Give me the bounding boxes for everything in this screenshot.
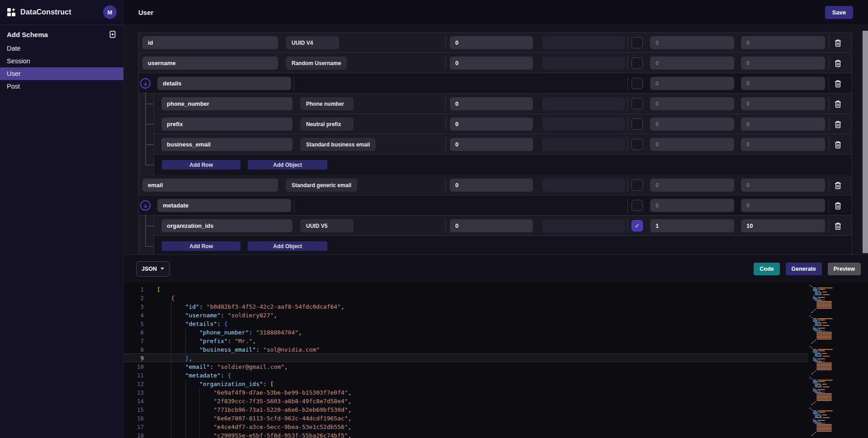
max-count-input[interactable]	[741, 36, 825, 49]
field-name-input[interactable]	[142, 57, 278, 70]
field-type-button[interactable]: Random Username	[286, 57, 347, 70]
blank-input[interactable]	[542, 219, 625, 232]
add-schema-button[interactable]	[108, 30, 117, 38]
blank-input[interactable]	[542, 179, 625, 192]
array-checkbox[interactable]: ✓	[632, 220, 643, 231]
line-number: 13	[124, 388, 144, 397]
max-count-input[interactable]	[741, 97, 825, 110]
min-count-input[interactable]	[650, 57, 734, 70]
code-line: "email": "soldier@gmail.com",	[157, 363, 288, 371]
line-number: 2	[124, 294, 144, 302]
tree-connector-stub	[145, 104, 154, 104]
tree-connector-stub	[145, 144, 154, 145]
field-name-input[interactable]	[161, 97, 292, 110]
code-line: },	[157, 354, 192, 363]
count-input[interactable]	[450, 138, 533, 151]
delete-row-button[interactable]	[832, 200, 843, 211]
array-checkbox[interactable]: ✓	[632, 57, 643, 69]
min-count-input[interactable]	[650, 118, 734, 131]
column-divider	[294, 76, 294, 90]
delete-row-button[interactable]	[832, 99, 843, 109]
count-input[interactable]	[450, 57, 533, 70]
field-type-button[interactable]: UUID V5	[300, 219, 354, 232]
count-input[interactable]	[450, 118, 533, 131]
max-count-input[interactable]	[741, 179, 825, 192]
code-editor[interactable]: 1[2 {3 "id": "b0d82bf3-4f52-42c2-aaf8-54…	[124, 283, 868, 438]
min-count-input[interactable]	[650, 179, 734, 192]
field-type-button[interactable]: Phone number	[300, 97, 354, 110]
delete-row-button[interactable]	[832, 78, 843, 89]
delete-row-button[interactable]	[832, 221, 843, 231]
generate-button[interactable]: Generate	[786, 263, 822, 275]
add-object-button[interactable]: Add Object	[248, 241, 327, 251]
field-name-input[interactable]	[142, 179, 278, 192]
field-type-button[interactable]: Standard generic email	[286, 179, 357, 192]
blank-input[interactable]	[542, 138, 625, 151]
editor-minimap[interactable]	[808, 285, 842, 438]
sidebar-item-post[interactable]: Post	[0, 80, 123, 93]
column-divider	[829, 97, 829, 111]
field-type-button[interactable]: UUID V4	[286, 36, 339, 49]
count-input[interactable]	[450, 179, 533, 192]
column-divider	[627, 117, 628, 131]
array-checkbox[interactable]: ✓	[632, 139, 643, 150]
max-count-input[interactable]	[741, 77, 825, 90]
sidebar-item-date[interactable]: Date	[0, 42, 123, 55]
min-count-input[interactable]	[650, 219, 734, 232]
code-button[interactable]: Code	[754, 263, 779, 275]
max-count-input[interactable]	[741, 199, 825, 212]
min-count-input[interactable]	[650, 36, 734, 49]
count-input[interactable]	[450, 36, 533, 49]
delete-row-button[interactable]	[832, 180, 843, 191]
max-count-input[interactable]	[741, 57, 825, 70]
array-checkbox[interactable]: ✓	[632, 78, 643, 89]
user-avatar[interactable]: M	[103, 5, 117, 19]
delete-row-button[interactable]	[832, 119, 843, 130]
column-divider	[829, 219, 829, 233]
array-checkbox[interactable]: ✓	[632, 179, 643, 191]
max-count-input[interactable]	[741, 138, 825, 151]
column-divider	[627, 97, 628, 111]
field-name-input[interactable]	[161, 138, 292, 151]
save-button[interactable]: Save	[825, 6, 853, 19]
blank-input[interactable]	[542, 36, 625, 49]
array-checkbox[interactable]: ✓	[632, 37, 643, 48]
count-input[interactable]	[450, 97, 533, 110]
add-row-button[interactable]: Add Row	[162, 160, 241, 170]
tree-connector-stub	[145, 165, 154, 165]
max-count-input[interactable]	[741, 118, 825, 131]
max-count-input[interactable]	[741, 219, 825, 232]
sidebar-item-user[interactable]: User	[0, 67, 123, 80]
min-count-input[interactable]	[650, 138, 734, 151]
delete-row-button[interactable]	[832, 38, 843, 48]
field-name-input[interactable]	[157, 199, 291, 212]
blank-input[interactable]	[542, 97, 625, 110]
field-type-button[interactable]: Neutral prefix	[300, 118, 354, 131]
add-row-button[interactable]: Add Row	[162, 241, 241, 251]
array-checkbox[interactable]: ✓	[632, 98, 643, 109]
current-line-highlight	[124, 353, 808, 362]
min-count-input[interactable]	[650, 77, 734, 90]
preview-button[interactable]: Preview	[828, 263, 861, 275]
min-count-input[interactable]	[650, 97, 734, 110]
blank-input[interactable]	[542, 57, 625, 70]
delete-row-button[interactable]	[832, 58, 843, 69]
field-name-input[interactable]	[161, 118, 292, 131]
field-name-input[interactable]	[157, 77, 291, 90]
array-checkbox[interactable]: ✓	[632, 200, 643, 211]
collapse-toggle[interactable]	[140, 200, 151, 211]
vertical-scrollbar[interactable]	[863, 31, 868, 253]
field-type-button[interactable]: Standard business email	[300, 138, 376, 151]
count-input[interactable]	[450, 219, 533, 232]
array-checkbox[interactable]: ✓	[632, 118, 643, 130]
collapse-toggle[interactable]	[140, 78, 151, 89]
add-object-button[interactable]: Add Object	[248, 160, 327, 170]
delete-row-button[interactable]	[832, 139, 843, 150]
blank-input[interactable]	[542, 118, 625, 131]
field-name-input[interactable]	[142, 36, 278, 49]
field-name-input[interactable]	[161, 219, 292, 232]
min-count-input[interactable]	[650, 199, 734, 212]
sidebar-item-session[interactable]: Session	[0, 55, 123, 67]
chevron-down-icon	[160, 268, 164, 270]
format-select[interactable]: JSON	[136, 261, 170, 277]
